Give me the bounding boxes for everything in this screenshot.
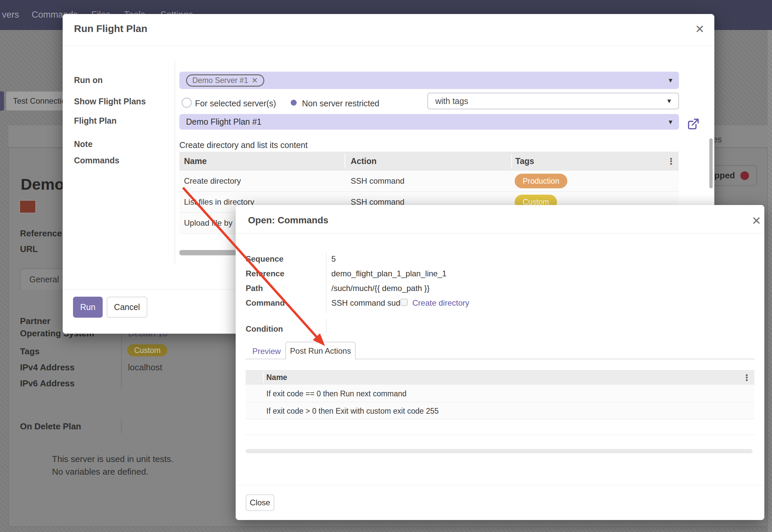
row-name: Create directory [184,176,241,186]
background-button-fragment[interactable] [0,91,4,111]
tab-preview[interactable]: Preview [252,347,281,356]
sequence-label: Sequence [246,254,283,264]
ipv4-value: localhost [128,362,162,373]
open-flight-plan-external-icon[interactable] [687,118,700,130]
chevron-down-icon: ▾ [669,118,672,126]
on-delete-plan-label: On Delete Plan [20,421,81,432]
server-color-swatch[interactable] [19,200,36,213]
column-divider [511,154,512,169]
status-dot-icon [740,171,749,180]
create-directory-link[interactable]: Create directory [412,298,469,308]
nav-item-servers[interactable]: vers [2,10,19,20]
sequence-value: 5 [331,254,336,264]
column-divider [263,372,264,383]
table-row[interactable]: Create directory SSH command Production [179,171,679,192]
row-action: SSH command [351,176,404,186]
action-name: If exit code == 0 then Run next command [266,389,407,398]
tags-label: Tags [20,346,40,357]
table-options-icon[interactable]: ⋮ [742,373,751,383]
tag-badge[interactable]: Production [515,174,567,188]
command-checkbox[interactable] [400,299,408,306]
screenshot-root: vers Commands Files Tools Settings Test … [0,0,772,532]
run-on-label: Run on [74,75,103,85]
ipv4-label: IPv4 Address [20,362,75,373]
modal-title: Open: Commands [248,215,328,226]
command-value: SSH command sudo [331,298,405,308]
close-button[interactable]: Close [246,494,274,511]
radio-non-server-restricted-label[interactable]: Non server restricted [302,99,379,108]
form-divider [121,418,122,433]
header-divider [63,46,714,46]
run-button[interactable]: Run [73,297,103,318]
tags-custom-badge[interactable]: Custom [127,344,167,356]
chevron-down-icon[interactable]: ▾ [669,76,672,85]
footer-divider [236,485,764,485]
action-name: If exit code > 0 then Exit with custom e… [266,407,439,416]
server-tag-pill[interactable]: Demo Server #1 ✕ [186,74,264,87]
remove-tag-icon[interactable]: ✕ [251,76,258,85]
ipv6-label: IPv6 Address [20,378,75,389]
close-icon[interactable]: ✕ [752,215,761,226]
show-flight-plans-label: Show Flight Plans [74,97,146,106]
modal-title: Run Flight Plan [74,23,147,34]
page-scroll-gutter[interactable] [768,30,772,532]
path-value: /such/much/{{ demo_path }} [331,284,430,293]
radio-non-server-restricted[interactable] [291,100,297,106]
col-tags[interactable]: Tags [515,156,534,166]
label-column-divider [175,61,175,263]
cancel-button[interactable]: Cancel [107,297,147,318]
commands-label: Commands [74,156,119,165]
with-tags-select[interactable]: with tags ▾ [427,93,679,109]
server-tag-label: Demo Server #1 [192,76,248,85]
table-row[interactable]: If exit code > 0 then Exit with custom e… [246,402,754,419]
open-commands-modal: Open: Commands ✕ Sequence Reference Path… [236,205,764,520]
path-label: Path [246,284,263,293]
col-name[interactable]: Name [266,373,287,382]
radio-for-selected-servers-label[interactable]: For selected server(s) [195,99,276,108]
field-divider [326,253,326,313]
reference-label: Reference [20,228,62,239]
tab-post-run-actions[interactable]: Post Run Actions [285,342,356,359]
url-label: URL [20,244,38,254]
flight-plan-select[interactable]: Demo Flight Plan #1 ▾ [179,114,679,130]
reference-label: Reference [246,269,284,278]
unit-test-note: This server is used in unit tests. [52,454,173,464]
col-action[interactable]: Action [351,156,377,166]
modal-vscrollbar-thumb[interactable] [709,138,713,188]
flight-plan-label: Flight Plan [74,116,117,126]
condition-label: Condition [246,324,283,334]
actions-table-header[interactable]: Name ⋮ [246,370,754,385]
close-icon[interactable]: ✕ [695,23,705,35]
note-label: Note [74,139,93,149]
with-tags-value: with tags [435,96,468,106]
column-divider [345,154,345,169]
plan-description: Create directory and list its content [179,140,308,150]
reference-value: demo_flight_plan_1_plan_line_1 [331,269,447,278]
plan-table-header[interactable]: Name Action Tags ⋮ [179,152,679,171]
empty-row [246,419,754,435]
chevron-down-icon: ▾ [667,97,671,105]
radio-for-selected-servers[interactable] [182,98,192,108]
col-name[interactable]: Name [184,156,207,166]
row-name: Upload file by [184,218,232,228]
table-options-icon[interactable]: ⋮ [667,156,675,167]
flight-plan-value: Demo Flight Plan #1 [186,117,262,127]
field-divider [326,318,326,333]
header-divider [236,233,764,234]
actions-hscrollbar[interactable] [246,449,753,453]
no-variables-note: No variables are defined. [52,467,148,477]
table-row[interactable]: If exit code == 0 then Run next command [246,385,754,402]
partner-label: Partner [20,316,50,326]
run-on-field[interactable]: Demo Server #1 ✕ ▾ [179,72,679,89]
command-label: Command [246,298,285,308]
